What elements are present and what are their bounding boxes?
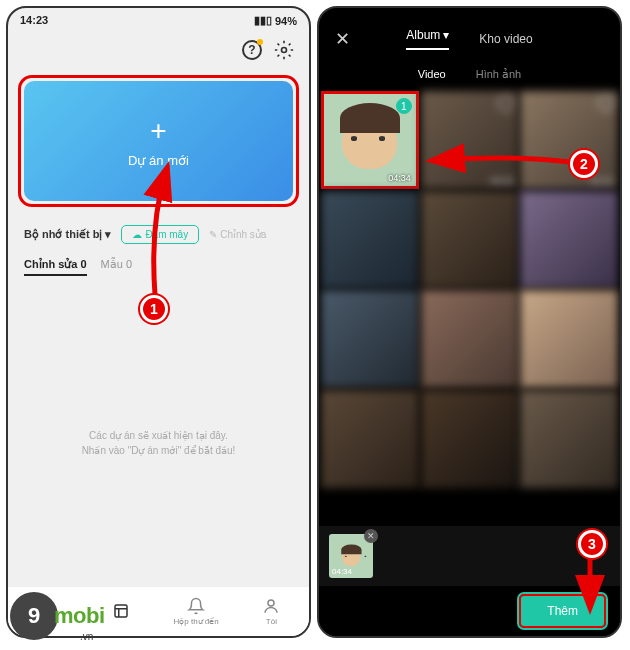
pencil-icon: ✎ xyxy=(209,229,217,240)
chevron-down-icon: ▾ xyxy=(443,28,449,42)
svg-rect-3 xyxy=(115,605,127,617)
plus-icon: + xyxy=(150,115,166,147)
template-icon xyxy=(112,602,130,620)
video-thumb[interactable] xyxy=(321,290,419,388)
selection-badge: 1 xyxy=(396,98,412,114)
close-button[interactable]: ✕ xyxy=(335,28,365,50)
video-thumb[interactable]: 1 04:34 xyxy=(321,91,419,189)
watermark: 9 mobi .vn xyxy=(10,592,105,640)
svg-point-4 xyxy=(268,600,274,606)
tab-edit[interactable]: Chỉnh sửa 0 xyxy=(24,258,87,276)
cloud-icon: ☁ xyxy=(132,229,142,240)
tab-stock[interactable]: Kho video xyxy=(479,28,532,50)
video-thumb[interactable] xyxy=(421,390,519,488)
marker-3: 3 xyxy=(578,530,606,558)
help-icon: ? xyxy=(242,40,262,60)
top-bar: ? xyxy=(8,33,309,71)
subtab-image[interactable]: Hình ảnh xyxy=(476,68,522,81)
marker-2: 2 xyxy=(570,150,598,178)
edit-link[interactable]: ✎ Chỉnh sửa xyxy=(209,229,266,240)
video-thumb[interactable] xyxy=(421,191,519,289)
selection-circle xyxy=(598,95,614,111)
arrow-1 xyxy=(145,165,185,309)
nav-me[interactable]: Tôi xyxy=(234,587,309,636)
arrow-3 xyxy=(575,550,605,614)
user-icon xyxy=(262,597,280,615)
arrow-2 xyxy=(430,140,580,184)
help-button[interactable]: ? xyxy=(241,39,263,61)
picker-header: ✕ Album ▾ Kho video xyxy=(319,8,620,60)
tab-template[interactable]: Mẫu 0 xyxy=(101,258,132,276)
status-bar: 14:23 ▮▮▯ 94% xyxy=(8,8,309,33)
right-screenshot: ✕ Album ▾ Kho video Video Hình ảnh 1 04:… xyxy=(317,6,622,638)
bell-icon xyxy=(187,597,205,615)
selection-circle xyxy=(498,95,514,111)
battery-text: 94% xyxy=(275,15,297,27)
video-thumb[interactable] xyxy=(321,390,419,488)
duration: 04:34 xyxy=(388,173,411,183)
nav-inbox[interactable]: Hộp thư đến xyxy=(159,587,234,636)
media-subtabs: Video Hình ảnh xyxy=(319,60,620,91)
watermark-nine: 9 xyxy=(10,592,58,640)
gear-icon xyxy=(274,40,294,60)
video-thumb[interactable] xyxy=(321,191,419,289)
tray-item[interactable]: ✕ 04:34 xyxy=(329,534,373,578)
watermark-mobi: mobi xyxy=(54,603,105,629)
subtab-video[interactable]: Video xyxy=(418,68,446,81)
tab-album[interactable]: Album ▾ xyxy=(406,28,449,50)
empty-state: Các dự án sẽ xuất hiện tại đây. Nhấn vào… xyxy=(8,428,309,458)
duration: 04:34 xyxy=(332,567,352,576)
watermark-vn: .vn xyxy=(80,631,93,642)
video-thumb[interactable] xyxy=(520,290,618,388)
duration: 00:15 xyxy=(590,176,613,186)
video-thumb[interactable] xyxy=(520,191,618,289)
video-thumb[interactable] xyxy=(421,290,519,388)
status-time: 14:23 xyxy=(20,14,48,27)
svg-point-0 xyxy=(282,48,287,53)
signal-icon: ▮▮▯ xyxy=(254,14,272,27)
remove-icon[interactable]: ✕ xyxy=(364,529,378,543)
storage-label[interactable]: Bộ nhớ thiết bị ▾ xyxy=(24,228,111,241)
marker-1: 1 xyxy=(140,295,168,323)
video-thumb[interactable] xyxy=(520,390,618,488)
settings-button[interactable] xyxy=(273,39,295,61)
chevron-down-icon: ▾ xyxy=(105,228,111,241)
